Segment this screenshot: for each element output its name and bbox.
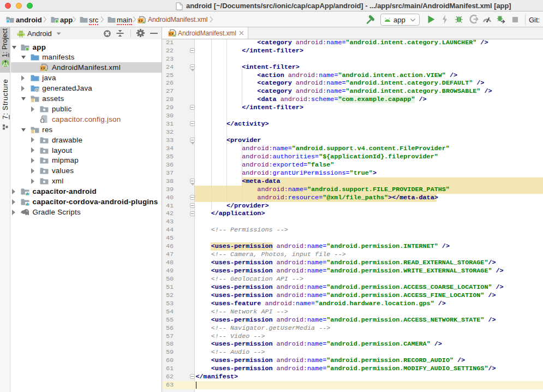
svg-text:{}: {} bbox=[40, 119, 45, 123]
